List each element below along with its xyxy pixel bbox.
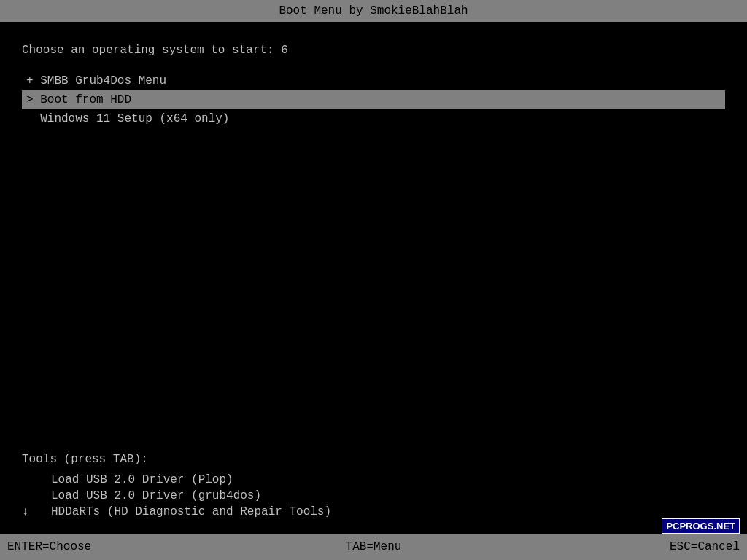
- tool-hddarts[interactable]: ↓ HDDaRTs (HD Diagnostic and Repair Tool…: [22, 504, 725, 520]
- tool-label-hddarts: HDDaRTs (HD Diagnostic and Repair Tools): [51, 505, 331, 518]
- tools-section: Tools (press TAB): Load USB 2.0 Driver (…: [22, 453, 725, 520]
- status-esc: ESC=Cancel: [495, 540, 740, 553]
- menu-item-smbb-grub4dos[interactable]: + SMBB Grub4Dos Menu: [22, 71, 725, 90]
- title-text: Boot Menu by SmokieBlahBlah: [279, 4, 468, 18]
- title-bar: Boot Menu by SmokieBlahBlah: [0, 0, 747, 22]
- arrow-icon: ↓: [22, 505, 51, 518]
- menu-item-boot-from-hdd[interactable]: > Boot from HDD: [22, 90, 725, 109]
- prompt-line: Choose an operating system to start: 6: [22, 44, 725, 57]
- tool-load-usb-grub4dos[interactable]: Load USB 2.0 Driver (grub4dos): [22, 488, 725, 504]
- tools-header: Tools (press TAB):: [22, 453, 725, 466]
- status-tab: TAB=Menu: [252, 540, 496, 553]
- menu-item-windows11-setup[interactable]: Windows 11 Setup (x64 only): [22, 109, 725, 128]
- tool-label-plop: Load USB 2.0 Driver (Plop): [51, 473, 233, 486]
- status-bar: ENTER=Choose TAB=Menu ESC=Cancel: [0, 534, 747, 560]
- watermark: PCPROGS.NET: [662, 518, 740, 534]
- menu-list: + SMBB Grub4Dos Menu > Boot from HDD Win…: [22, 71, 725, 128]
- status-enter: ENTER=Choose: [7, 540, 252, 553]
- main-content: Choose an operating system to start: 6 +…: [0, 29, 747, 143]
- tool-load-usb-plop[interactable]: Load USB 2.0 Driver (Plop): [22, 472, 725, 488]
- tool-label-grub4dos: Load USB 2.0 Driver (grub4dos): [51, 489, 261, 502]
